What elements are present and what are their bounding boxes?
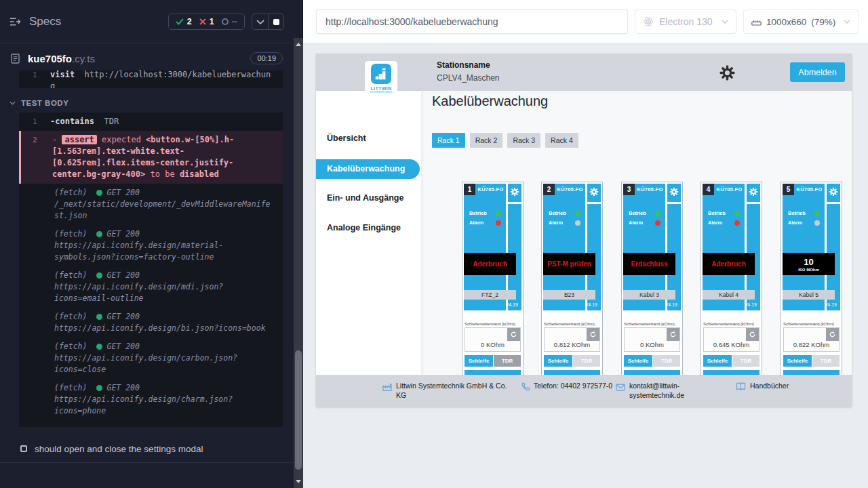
reporter-scrollbar[interactable] (294, 38, 303, 488)
stage-toolbar: Electron 130 1000x660 (79%) (303, 0, 868, 43)
alarm-label: Alarm (469, 220, 484, 226)
logout-button[interactable]: Abmelden (790, 62, 845, 82)
visit-command-row[interactable]: 1 visit http://localhost:3000/kabelueber… (19, 70, 283, 88)
device-card-1: 1 KÜ705-FO Betrieb Alarm Aderbruch FTZ_2… (462, 182, 524, 382)
pending-count: -- (232, 17, 237, 26)
status-display: 10ISO MOhm (783, 253, 835, 275)
rack-tab-2[interactable]: Rack 2 (470, 133, 503, 148)
refresh-button[interactable] (507, 328, 520, 341)
device-card-2: 2 KÜ705-FO Betrieb Alarm PST-M prüfen B2… (541, 182, 603, 382)
network-log-entry[interactable]: (fetch)GET 200 https://api.iconify.desig… (19, 308, 283, 338)
settings-gear-icon[interactable] (717, 63, 736, 82)
sidebar-item-kabelueberwachung[interactable]: Kabelüberwachung (316, 159, 420, 179)
device-model: KÜ705-FO (475, 186, 506, 192)
scrollbar-thumb[interactable] (295, 350, 302, 470)
status-display: Aderbruch (464, 253, 516, 275)
url-input[interactable] (316, 9, 628, 34)
failed-assert-row[interactable]: 2 - assert expected <button.w-[50%].h-[1… (19, 131, 283, 184)
browser-select[interactable]: Electron 130 (635, 9, 736, 34)
resistance-label: Schleifenwiderstand [kOhm] (703, 322, 754, 326)
fetch-label: (fetch) (54, 187, 87, 199)
app-footer: Littwin Systemtechnik GmbH & Co. KG Tele… (316, 375, 852, 407)
chevron-down-icon (256, 20, 264, 24)
betrieb-lamp: Betrieb (788, 210, 820, 216)
betrieb-label: Betrieb (549, 210, 566, 216)
device-settings-icon[interactable] (589, 187, 599, 197)
betrieb-label: Betrieb (708, 210, 726, 216)
reporter-panel: Specs 2 1 -- (0, 0, 294, 488)
sidebar-item-uebersicht[interactable]: Übersicht (327, 134, 366, 143)
schleife-button[interactable]: Schleife (783, 355, 812, 367)
cable-name: Kabel 5 (783, 290, 835, 300)
device-settings-icon[interactable] (829, 187, 838, 197)
tdr-button[interactable]: TDR (732, 355, 760, 367)
resistance-label: Schleifenwiderstand [kOhm] (624, 322, 675, 326)
panel-divider (827, 202, 840, 204)
schleife-button[interactable]: Schleife (703, 355, 732, 367)
status-text: Aderbruch (711, 260, 746, 268)
sidebar-item-ein-und-ausgaenge[interactable]: Ein- und Ausgänge (327, 193, 403, 203)
tdr-button[interactable]: TDR (812, 355, 840, 367)
scrollbar-up-arrow[interactable] (296, 43, 301, 46)
schleife-button[interactable]: Schleife (544, 355, 572, 367)
command-log: 1 -contains TDR 2 - assert expected <but… (19, 113, 283, 427)
sidebar-item-analoge-eingaenge[interactable]: Analoge Eingänge (327, 223, 401, 232)
alarm-lamp: Alarm (708, 220, 740, 226)
footer-manuals[interactable]: Handbücher (736, 381, 789, 394)
device-model: KÜ705-FO (635, 186, 665, 192)
collapse-button[interactable] (252, 14, 268, 29)
device-number-badge: 2 (543, 184, 555, 195)
next-test-row[interactable]: should open and close the settings modal (0, 439, 294, 458)
device-settings-icon[interactable] (669, 187, 679, 197)
contains-command-row[interactable]: 1 -contains TDR (19, 113, 283, 131)
device-settings-icon[interactable] (749, 187, 758, 197)
tdr-button[interactable]: TDR (653, 355, 680, 367)
device-model: KÜ705-FO (714, 186, 745, 192)
betrieb-dot (496, 211, 501, 216)
app-sidebar: Übersicht Kabelüberwachung Ein- und Ausg… (316, 91, 421, 375)
specs-toggle-icon[interactable] (9, 17, 21, 26)
browser-name: Electron 130 (659, 16, 713, 27)
rack-tab-3[interactable]: Rack 3 (507, 133, 540, 148)
spec-name: kue705fo (28, 53, 72, 64)
spec-file-row[interactable]: kue705fo.cy.ts 00:19 (0, 43, 294, 73)
scrollbar-down-arrow[interactable] (296, 480, 301, 483)
device-number-badge: 5 (783, 184, 794, 195)
fetch-url: https://api.iconify.design/bi.json?icons… (54, 323, 275, 334)
network-log-entry[interactable]: (fetch)GET 200 https://api.iconify.desig… (19, 379, 283, 420)
spec-extension: .cy.ts (72, 53, 95, 64)
network-log-entry[interactable]: (fetch)GET 200 /_next/static/development… (19, 184, 283, 225)
cable-name: Kabel 4 (703, 290, 755, 300)
chevron-down-icon (722, 20, 728, 24)
stop-button[interactable] (268, 14, 283, 29)
refresh-button[interactable] (826, 328, 839, 341)
schleife-button[interactable]: Schleife (624, 355, 652, 367)
schleife-button[interactable]: Schleife (465, 355, 493, 367)
device-card-4: 4 KÜ705-FO Betrieb Alarm Aderbruch Kabel… (701, 182, 762, 382)
app-under-test: Stationsname CPLV4_Maschen Abmelden LITT… (316, 54, 852, 407)
rack-tab-4[interactable]: Rack 4 (545, 133, 578, 148)
pending-circle-icon (222, 18, 229, 25)
betrieb-lamp: Betrieb (708, 210, 740, 216)
refresh-button[interactable] (587, 328, 599, 341)
request-success-dot (96, 231, 102, 237)
refresh-button[interactable] (667, 328, 679, 341)
fetch-url: https://api.iconify.design/material-symb… (54, 240, 275, 263)
app-stage: Electron 130 1000x660 (79%) Stationsname… (303, 0, 868, 488)
network-log-entry[interactable]: (fetch)GET 200 https://api.iconify.desig… (19, 338, 283, 379)
device-settings-icon[interactable] (510, 187, 519, 197)
network-log-entry[interactable]: (fetch)GET 200 https://api.iconify.desig… (19, 266, 283, 308)
specs-title: Specs (29, 15, 61, 28)
logo-subtitle: SYSTEMTECHNIK (370, 91, 393, 94)
refresh-button[interactable] (746, 328, 759, 341)
tdr-button[interactable]: TDR (494, 355, 521, 367)
email-address: kontakt@littwin-systemtechnik.de (629, 381, 694, 400)
viewport-select[interactable]: 1000x660 (79%) (743, 9, 859, 34)
alarm-dot (734, 220, 740, 226)
rack-tab-1[interactable]: Rack 1 (432, 133, 465, 148)
network-log-entry[interactable]: (fetch)GET 200 https://api.iconify.desig… (19, 225, 283, 266)
assert-state: disabled (180, 169, 219, 179)
fetch-status: GET 200 (106, 341, 139, 352)
tdr-button[interactable]: TDR (573, 355, 600, 367)
test-body-header[interactable]: TEST BODY (9, 99, 68, 107)
